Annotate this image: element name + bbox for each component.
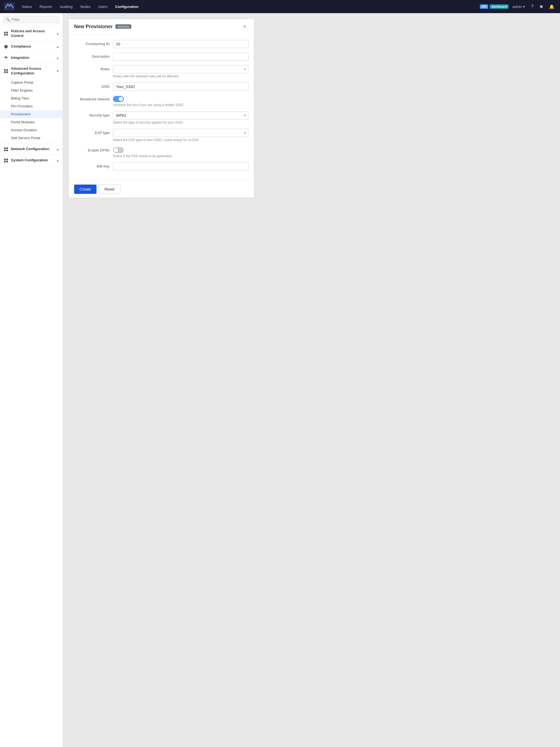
integration-label: Integration xyxy=(11,55,54,60)
sidebar-group-policies: Policies and Access Control ▲ xyxy=(0,26,62,41)
broadcast-toggle-wrapper xyxy=(113,95,249,102)
compliance-label: Compliance xyxy=(11,44,54,49)
sidebar-group-system: System Configuration ▲ xyxy=(0,155,62,166)
field-roles: Roles ▾ Nodes with the selected roles wi… xyxy=(74,65,249,78)
security-type-hint: Select the type of security applied for … xyxy=(113,121,249,124)
close-button[interactable]: × xyxy=(241,23,249,30)
advanced-chevron: ▼ xyxy=(56,69,59,73)
reset-button[interactable]: Reset xyxy=(99,185,120,194)
search-icon: 🔍 xyxy=(6,18,10,22)
svg-rect-12 xyxy=(4,150,6,151)
wifi-key-label: Wifi Key xyxy=(74,162,110,169)
sidebar-item-provisioners[interactable]: Provisioners xyxy=(0,110,62,118)
form-panel-badge: windows xyxy=(116,24,131,29)
svg-point-5 xyxy=(5,57,6,58)
main-content: New Provisioner windows × Provisioning I… xyxy=(63,13,560,747)
roles-select[interactable] xyxy=(113,65,249,73)
integration-icon xyxy=(3,55,9,61)
sidebar-group-advanced-header[interactable]: Advanced Access Configuration ▼ xyxy=(0,64,62,78)
sidebar-item-pki-providers[interactable]: PKI Providers xyxy=(0,102,62,110)
search-input[interactable] xyxy=(12,18,57,22)
nav-status[interactable]: Status xyxy=(19,3,35,10)
enable-dpsk-field: Define if the PSK needs to be generated xyxy=(113,146,249,158)
form-footer: Create Reset xyxy=(69,180,254,198)
security-type-select-wrapper: WPA2 WPA WEP Open ▾ xyxy=(113,111,249,120)
help-icon[interactable]: ? xyxy=(529,2,536,11)
sidebar: 🔍 Policies and Access Control ▲ Complian… xyxy=(0,13,63,747)
form-panel: New Provisioner windows × Provisioning I… xyxy=(68,19,254,198)
wifi-key-field xyxy=(113,162,249,171)
description-field xyxy=(113,52,249,61)
sidebar-group-compliance: Compliance ▲ xyxy=(0,41,62,52)
admin-label: admin xyxy=(512,5,522,9)
security-type-field: WPA2 WPA WEP Open ▾ Select the type of s… xyxy=(113,111,249,124)
sidebar-group-compliance-header[interactable]: Compliance ▲ xyxy=(0,41,62,52)
sidebar-item-captive-portal[interactable]: Captive Portal xyxy=(0,78,62,86)
svg-rect-7 xyxy=(6,69,8,71)
sidebar-item-portal-modules[interactable]: Portal Modules xyxy=(0,118,62,126)
nav-nodes[interactable]: Nodes xyxy=(77,3,94,10)
nav-reports[interactable]: Reports xyxy=(36,3,55,10)
dpsk-toggle[interactable] xyxy=(113,147,124,153)
policies-label: Policies and Access Control xyxy=(11,29,54,38)
sidebar-item-billing-tiers[interactable]: Billing Tiers xyxy=(0,94,62,102)
network-icon xyxy=(3,147,9,152)
nav-auditing[interactable]: Auditing xyxy=(56,3,76,10)
nav-configuration[interactable]: Configuration xyxy=(112,3,142,10)
broadcast-toggle[interactable] xyxy=(113,96,124,102)
sidebar-item-filter-engines[interactable]: Filter Engines xyxy=(0,86,62,94)
svg-rect-8 xyxy=(4,71,6,73)
badge-dashboard[interactable]: dashboard xyxy=(490,4,508,9)
broadcast-slider xyxy=(113,96,124,102)
sidebar-item-access-duration[interactable]: Access Duration xyxy=(0,126,62,134)
layout: 🔍 Policies and Access Control ▲ Complian… xyxy=(0,13,560,747)
provisioning-id-input[interactable] xyxy=(113,40,249,48)
system-chevron: ▲ xyxy=(56,159,59,162)
logo xyxy=(3,2,15,11)
sidebar-group-system-header[interactable]: System Configuration ▲ xyxy=(0,155,62,166)
ssid-field xyxy=(113,83,249,91)
extensions-icon[interactable]: ✱ xyxy=(537,2,545,11)
create-button[interactable]: Create xyxy=(74,185,97,194)
wifi-key-input[interactable] xyxy=(113,162,249,171)
field-description: Description xyxy=(74,52,249,61)
sidebar-group-network: Network Configuration ▲ xyxy=(0,144,62,155)
field-ssid: SSID xyxy=(74,83,249,91)
sidebar-group-policies-header[interactable]: Policies and Access Control ▲ xyxy=(0,26,62,41)
system-label: System Configuration xyxy=(11,158,54,163)
sidebar-group-integration-header[interactable]: Integration ▲ xyxy=(0,52,62,63)
field-provisioning-id: Provisioning ID xyxy=(74,40,249,48)
topnav-right: API dashboard admin ▾ ? ✱ 🔔 xyxy=(480,2,557,11)
field-enable-dpsk: Enable DPSK Define if the PSK needs to b… xyxy=(74,146,249,158)
broadcast-field: Uncheck this box if you are using a hidd… xyxy=(113,95,249,107)
notifications-icon[interactable]: 🔔 xyxy=(547,2,557,11)
provisioning-id-field xyxy=(113,40,249,48)
eap-type-label: EAP type xyxy=(74,129,110,135)
svg-rect-15 xyxy=(6,159,8,160)
chevron-down-icon: ▾ xyxy=(523,5,525,9)
field-wifi-key: Wifi Key xyxy=(74,162,249,171)
broadcast-hint: Uncheck this box if you are using a hidd… xyxy=(113,103,249,107)
svg-rect-10 xyxy=(4,147,6,149)
admin-menu[interactable]: admin ▾ xyxy=(510,4,527,10)
eap-type-select-wrapper: PEAP TLS TTLS ▾ xyxy=(113,129,249,137)
roles-label: Roles xyxy=(74,65,110,71)
advanced-label: Advanced Access Configuration xyxy=(11,67,54,76)
svg-rect-17 xyxy=(6,161,8,162)
nav-users[interactable]: Users xyxy=(95,3,111,10)
security-type-select[interactable]: WPA2 WPA WEP Open xyxy=(113,111,249,120)
sidebar-item-self-service-portal[interactable]: Self Service Portal xyxy=(0,134,62,142)
sidebar-group-network-header[interactable]: Network Configuration ▲ xyxy=(0,144,62,155)
eap-type-select[interactable]: PEAP TLS TTLS xyxy=(113,129,249,137)
policies-icon xyxy=(3,31,9,36)
integration-chevron: ▲ xyxy=(56,56,59,60)
roles-hint: Nodes with the selected roles will be af… xyxy=(113,74,249,78)
compliance-icon xyxy=(3,44,9,50)
advanced-items: Captive Portal Filter Engines Billing Ti… xyxy=(0,78,62,144)
sidebar-search-container: 🔍 xyxy=(0,13,62,26)
ssid-input[interactable] xyxy=(113,83,249,91)
svg-rect-9 xyxy=(6,71,8,73)
description-label: Description xyxy=(74,52,110,58)
sidebar-search-inner: 🔍 xyxy=(3,16,59,23)
description-input[interactable] xyxy=(113,52,249,61)
